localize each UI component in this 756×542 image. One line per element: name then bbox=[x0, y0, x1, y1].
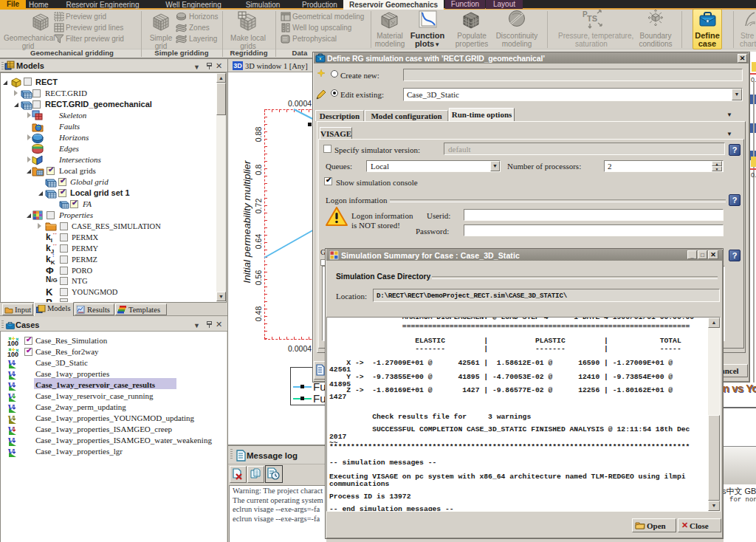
svg-text:100: 100 bbox=[7, 351, 18, 358]
svg-text:TS: TS bbox=[587, 14, 597, 23]
svg-text:100: 100 bbox=[7, 340, 18, 347]
